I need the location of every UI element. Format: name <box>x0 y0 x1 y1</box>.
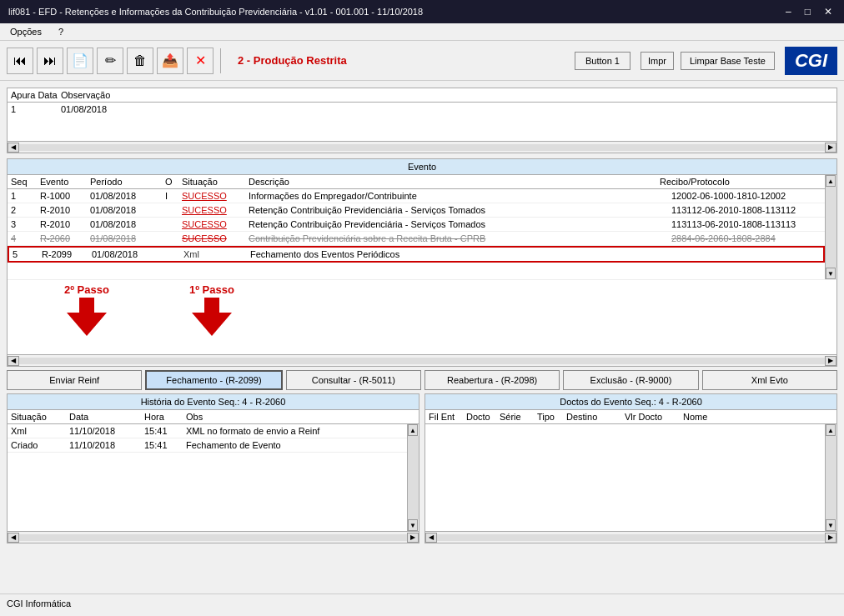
events-hscroll-track <box>19 358 825 364</box>
right-hscroll-left[interactable]: ◀ <box>425 533 437 543</box>
cell-situacao[interactable]: SUCESSO <box>182 219 249 229</box>
col-obs <box>161 90 833 100</box>
right-panel: Doctos do Evento Seq.: 4 - R-2060 Fil En… <box>425 393 837 543</box>
vscroll-down[interactable]: ▼ <box>826 268 836 279</box>
top-grid: Apura Data Observação 1 01/08/2018 ◀ ▶ <box>7 88 837 153</box>
col-apura: Apura Data <box>11 90 61 100</box>
hscroll-left-arrow[interactable]: ◀ <box>8 143 19 153</box>
cell-evento: R-2099 <box>42 249 92 259</box>
vscroll-up[interactable]: ▲ <box>826 175 836 187</box>
event-row[interactable]: 2 R-2010 01/08/2018 SUCESSO Retenção Con… <box>8 203 825 218</box>
left-panel-body: Xml 11/10/2018 15:41 XML no formato de e… <box>8 424 419 531</box>
events-title: Evento <box>8 159 836 175</box>
event-row[interactable]: 1 R-1000 01/08/2018 I SUCESSO Informaçõe… <box>8 189 825 203</box>
enviar-reinf-button[interactable]: Enviar Reinf <box>7 370 142 390</box>
cell-o <box>165 205 182 215</box>
annotation-2nd: 2º Passo <box>64 283 109 336</box>
left-panel-row: Criado 11/10/2018 15:41 Fechamento de Ev… <box>8 438 407 453</box>
arrow-head-2nd <box>67 313 107 336</box>
main-content: Apura Data Observação 1 01/08/2018 ◀ ▶ E… <box>0 81 844 593</box>
maximize-button[interactable]: □ <box>801 6 814 18</box>
menu-help[interactable]: ? <box>55 25 67 38</box>
bottom-panels: História do Evento Seq.: 4 - R-2060 Situ… <box>7 393 837 543</box>
left-col-situacao: Situação <box>11 412 69 422</box>
annotation-1st: 1º Passo <box>189 283 234 336</box>
title-bar-title: lif081 - EFD - Retenções e Informações d… <box>8 7 782 17</box>
left-panel: História do Evento Seq.: 4 - R-2060 Situ… <box>7 393 419 543</box>
consultar-button[interactable]: Consultar - (R-5011) <box>286 370 421 390</box>
left-hscroll-left[interactable]: ◀ <box>8 533 19 543</box>
cell-evento: R-1000 <box>40 191 90 201</box>
cell-evento: R-2010 <box>40 219 90 229</box>
right-panel-vscroll: ▲ ▼ <box>825 424 836 531</box>
cell-situacao[interactable]: SUCESSO <box>182 233 249 243</box>
impr-button[interactable]: Impr <box>641 52 674 70</box>
cell-seq: 1 <box>11 191 40 201</box>
toolbar-new[interactable]: 📄 <box>67 48 93 74</box>
toolbar-upload[interactable]: 📤 <box>157 48 183 74</box>
left-vscroll-down[interactable]: ▼ <box>408 519 418 531</box>
left-row-hora: 15:41 <box>144 440 186 450</box>
limpar-button[interactable]: Limpar Base Teste <box>681 52 775 70</box>
cell-recibo: 2884-06-2060-1808-2884 <box>671 233 821 243</box>
event-row[interactable]: 4 R-2060 01/08/2018 SUCESSO Contribuição… <box>8 232 825 246</box>
cell-situacao[interactable]: SUCESSO <box>182 191 249 201</box>
cell-periodo: 01/08/2018 <box>90 205 165 215</box>
right-panel-rows <box>425 424 825 531</box>
cell-seq: 3 <box>11 219 40 229</box>
events-hscroll-right[interactable]: ▶ <box>825 356 836 366</box>
left-row-data: 11/10/2018 <box>69 426 144 436</box>
left-vscroll-up[interactable]: ▲ <box>408 424 418 436</box>
cell-recibo: 12002-06-1000-1810-12002 <box>671 191 821 201</box>
minimize-button[interactable]: – <box>782 6 795 18</box>
title-bar: lif081 - EFD - Retenções e Informações d… <box>0 0 844 23</box>
col-situacao: Situação <box>182 177 249 187</box>
left-panel-hscroll: ◀ ▶ <box>8 531 419 543</box>
cell-descricao: Contribuição Previdenciária sobre a Rece… <box>249 233 671 243</box>
annotation-2nd-label: 2º Passo <box>64 283 109 296</box>
event-row[interactable]: 3 R-2010 01/08/2018 SUCESSO Retenção Con… <box>8 218 825 232</box>
right-hscroll-right[interactable]: ▶ <box>825 533 836 543</box>
row-seq: 1 <box>11 104 61 114</box>
reabertura-button[interactable]: Reabertura - (R-2098) <box>425 370 560 390</box>
fechamento-button[interactable]: Fechamento - (R-2099) <box>145 370 282 390</box>
cell-recibo: 113112-06-2010-1808-113112 <box>671 205 821 215</box>
exclusao-button[interactable]: Exclusão - (R-9000) <box>563 370 698 390</box>
left-row-data: 11/10/2018 <box>69 440 144 450</box>
right-col-serie: Série <box>500 412 537 422</box>
right-vscroll-down[interactable]: ▼ <box>826 519 836 531</box>
annotations-area: 2º Passo 1º Passo <box>8 279 836 354</box>
cell-situacao: Xml <box>183 249 250 259</box>
right-panel-hscroll: ◀ ▶ <box>425 531 836 543</box>
event-row-highlighted[interactable]: 5 R-2099 01/08/2018 Xml Fechamento dos E… <box>8 246 825 263</box>
xml-evto-button[interactable]: Xml Evto <box>702 370 837 390</box>
right-col-tipo: Tipo <box>537 412 566 422</box>
toolbar-last[interactable]: ⏭ <box>37 48 63 74</box>
right-col-vlr: Vlr Docto <box>625 412 683 422</box>
left-panel-rows: Xml 11/10/2018 15:41 XML no formato de e… <box>8 424 407 531</box>
hscroll-track <box>19 144 825 151</box>
menu-opcoes[interactable]: Opções <box>7 25 45 38</box>
arrow-stem-2nd <box>79 298 94 313</box>
button1[interactable]: Button 1 <box>575 52 630 70</box>
events-hscroll-left[interactable]: ◀ <box>8 356 19 366</box>
hscroll-right-arrow[interactable]: ▶ <box>825 143 836 153</box>
cell-situacao[interactable]: SUCESSO <box>182 205 249 215</box>
toolbar-delete[interactable]: 🗑 <box>127 48 153 74</box>
right-vscroll-up[interactable]: ▲ <box>826 424 836 436</box>
cell-evento: R-2010 <box>40 205 90 215</box>
menu-bar: Opções ? <box>0 23 844 41</box>
empty-row <box>8 263 825 279</box>
left-row-situacao: Criado <box>11 440 69 450</box>
right-col-nome: Nome <box>683 412 750 422</box>
left-row-hora: 15:41 <box>144 426 186 436</box>
close-button[interactable]: ✕ <box>821 6 836 18</box>
toolbar-first[interactable]: ⏮ <box>7 48 33 74</box>
left-hscroll-right[interactable]: ▶ <box>407 533 419 543</box>
toolbar-cancel[interactable]: ✕ <box>187 48 214 74</box>
col-descricao: Descrição <box>249 177 660 187</box>
right-panel-body: ▲ ▼ <box>425 424 836 531</box>
col-data: Observação <box>61 90 161 100</box>
cgi-logo: CGI <box>785 47 837 75</box>
toolbar-edit[interactable]: ✏ <box>97 48 123 74</box>
